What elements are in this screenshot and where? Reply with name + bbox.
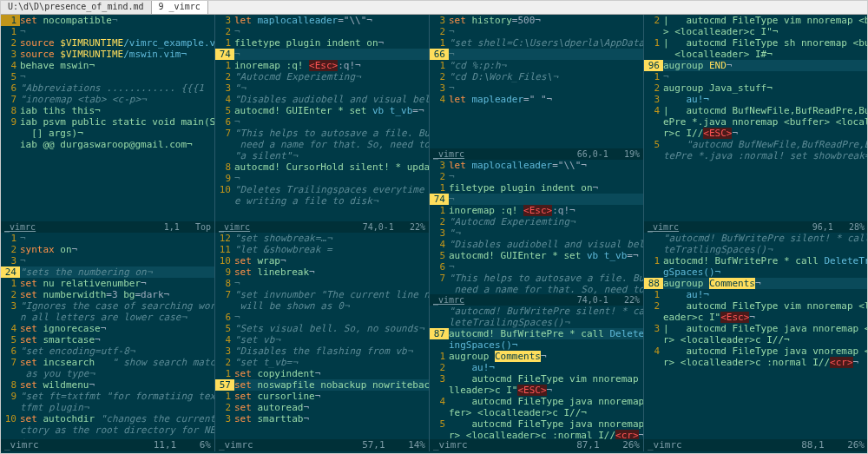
code-line[interactable]: 6"Abbreviations ............ {{{1 <box>1 82 214 94</box>
pane-0[interactable]: 1set nocompatible¬1¬2source $VIMRUNTIME/… <box>1 15 215 439</box>
code-line[interactable]: "autocmd! BufWritePre silent! * call Del… <box>644 233 868 244</box>
code-line[interactable]: 3set smarttab¬ <box>215 413 429 424</box>
code-line[interactable]: 66¬ <box>430 49 643 60</box>
code-line[interactable]: 3 autocmd FileType vim nnoremap <local <box>430 373 643 385</box>
code-line[interactable]: 6"set encoding=utf-8¬ <box>1 345 214 357</box>
code-line[interactable]: 8set wildmenu¬ <box>1 379 214 391</box>
code-line[interactable]: 74¬ <box>215 49 429 60</box>
code-line[interactable]: 3¬ <box>1 255 214 266</box>
pane-0-top[interactable]: 1set nocompatible¬1¬2source $VIMRUNTIME/… <box>1 15 214 221</box>
code-line[interactable]: 1¬ <box>644 71 868 82</box>
code-line[interactable]: 57set noswapfile nobackup nowritebackup¬ <box>215 379 429 391</box>
code-line[interactable]: [] args)¬ <box>1 128 214 139</box>
code-line[interactable]: 5autocmd! GUIEnter * set vb t_vb=¬ <box>215 105 429 116</box>
code-line[interactable]: ctory as the root directory for NERDTre <box>1 424 214 436</box>
pane-3-bottom[interactable]: "autocmd! BufWritePre silent! * call Del… <box>644 233 868 439</box>
code-line[interactable]: n all letters are lower case¬ <box>1 312 214 323</box>
code-line[interactable]: 6¬ <box>215 312 429 323</box>
code-line[interactable]: 2 au!¬ <box>430 362 643 373</box>
code-line[interactable]: 1| autocmd FileType sh nnoremap <buffer> <box>644 37 868 49</box>
code-line[interactable]: 2¬ <box>215 26 429 37</box>
code-line[interactable]: 5autocmd! GUIEnter * set vb t_vb=¬ <box>430 250 643 261</box>
code-line[interactable]: 3let maplocalleader="\\"¬ <box>430 160 643 171</box>
code-line[interactable]: 24"sets the numbering on¬ <box>1 266 214 278</box>
pane-3-top[interactable]: 2| autocmd FileType vim nnoremap <buffer… <box>644 15 868 221</box>
code-line[interactable]: teTratlingSpaces()¬ <box>644 244 868 255</box>
code-line[interactable]: 8autocmd! CursorHold silent! * update¬ <box>215 161 429 173</box>
code-line[interactable]: 1"cd %:p:h¬ <box>430 60 643 71</box>
code-line[interactable]: 2augroup Java_stuff¬ <box>644 82 868 94</box>
pane-2-bottom[interactable]: "autocmd! BufWritePre silent! * call Del… <box>430 306 643 439</box>
code-line[interactable]: 8¬ <box>215 278 429 289</box>
code-line[interactable]: 2 autocmd FileType vim nnoremap <locall <box>644 300 868 312</box>
code-line[interactable]: 3| autocmd FileType java nnoremap <buffe <box>644 323 868 334</box>
code-line[interactable]: 87autocmd! BufWritePre * call DeleteTrai… <box>430 328 643 339</box>
code-line[interactable]: 12"set showbreak=…¬ <box>215 233 429 244</box>
code-line[interactable]: 9¬ <box>215 173 429 184</box>
code-line[interactable]: 4"Disables audiobell and visual bell¬ <box>215 94 429 105</box>
code-line[interactable]: 3 au!¬ <box>644 94 868 105</box>
code-line[interactable]: 8iab tihs this¬ <box>1 105 214 116</box>
code-line[interactable]: 3set history=500¬ <box>430 15 643 26</box>
code-line[interactable]: 5¬ <box>1 71 214 82</box>
code-line[interactable]: 1set copyindent¬ <box>215 368 429 379</box>
code-line[interactable]: "autocmd! BufWritePre silent! * call De <box>430 306 643 317</box>
code-line[interactable]: 7"set invnumber "The current line number <box>215 289 429 300</box>
code-line[interactable]: r> <localleader>c :normal I//<cr>¬ <box>430 430 643 439</box>
code-line[interactable]: 7set incsearch " show search matches <box>1 357 214 368</box>
code-line[interactable]: as you type¬ <box>1 368 214 379</box>
code-line[interactable]: 2set numberwidth=3 bg=dark¬ <box>1 289 214 300</box>
code-line[interactable]: tePre *.java :normal! set showbreak=¬ <box>644 150 868 161</box>
code-line[interactable]: 10set wrap¬ <box>215 255 429 266</box>
code-line[interactable]: 2"set t_vb=¬ <box>215 357 429 368</box>
code-line[interactable]: > <localleader>c I"¬ <box>644 26 868 37</box>
code-line[interactable]: tfmt plugin¬ <box>1 402 214 413</box>
code-line[interactable]: 7"This helps to autosave a file. But you <box>430 273 643 284</box>
code-line[interactable]: lleader>c I"<ESC>¬ <box>430 385 643 396</box>
code-line[interactable]: will be shown as 0¬ <box>215 300 429 312</box>
code-line[interactable]: "a silent"¬ <box>215 150 429 161</box>
code-line[interactable]: 4"set vb¬ <box>215 334 429 345</box>
code-line[interactable]: iab @@ durgaswaroop@gmail.com¬ <box>1 139 214 150</box>
code-line[interactable]: 5"Sets visual bell. So, no sounds¬ <box>215 323 429 334</box>
code-line[interactable]: 4let mapleader=" "¬ <box>430 94 643 105</box>
code-line[interactable]: 3"Disables the flashing from vb¬ <box>215 345 429 357</box>
code-line[interactable]: ingSpaces()¬ <box>430 339 643 351</box>
code-line[interactable]: 4 autocmd FileType java vnoremap <buffe <box>644 345 868 357</box>
code-line[interactable]: 4set ignorecase¬ <box>1 323 214 334</box>
code-line[interactable]: 1set nocompatible¬ <box>1 15 214 26</box>
code-line[interactable]: 10set autochdir "changes the current dir… <box>1 413 214 424</box>
code-line[interactable]: need a name for that. So, need to add <box>215 139 429 150</box>
code-line[interactable]: 3"¬ <box>430 227 643 239</box>
code-line[interactable]: r> <localleader>c I//¬ <box>644 334 868 345</box>
code-line[interactable]: 5 "autocmd BufNewFile,BufReadPre,BufWri <box>644 139 868 150</box>
code-line[interactable]: 4| autocmd BufNewFile,BufReadPre,BufWrit <box>644 105 868 116</box>
code-line[interactable]: 7"This helps to autosave a file. But you <box>215 128 429 139</box>
code-line[interactable]: leteTrailingSpaces()¬ <box>430 317 643 328</box>
code-line[interactable]: need a name for that. So, need to add¬ <box>430 284 643 293</box>
code-line[interactable]: 9"set ft=txtfmt "for formatiing text. Tx <box>1 391 214 402</box>
code-line[interactable]: 6¬ <box>430 261 643 273</box>
code-line[interactable]: 1set nu relativenumber¬ <box>1 278 214 289</box>
code-line[interactable]: e¬ <box>1 436 214 439</box>
code-line[interactable]: 5set smartcase¬ <box>1 334 214 345</box>
code-line[interactable]: 4 autocmd FileType java nnoremap <buf <box>430 396 643 407</box>
pane-1-top[interactable]: 3let maplocalleader="\\"¬2¬1filetype plu… <box>215 15 429 221</box>
code-line[interactable]: 9iab psvm public static void main(String <box>1 116 214 128</box>
code-line[interactable]: 1set cursorline¬ <box>215 391 429 402</box>
code-line[interactable]: 11"let &showbreak = <box>215 244 429 255</box>
code-line[interactable]: eader>c I"<Esc>¬ <box>644 312 868 323</box>
code-line[interactable]: 4behave mswin¬ <box>1 60 214 71</box>
code-line[interactable]: 7"inoremap <tab> <c-p>¬ <box>1 94 214 105</box>
code-line[interactable]: 1filetype plugin indent on¬ <box>215 37 429 49</box>
code-line[interactable]: 3¬ <box>430 82 643 94</box>
pane-1[interactable]: 3let maplocalleader="\\"¬2¬1filetype plu… <box>215 15 430 439</box>
code-line[interactable]: 9set linebreak¬ <box>215 266 429 278</box>
code-line[interactable]: 2"cd D:\Work_Files\¬ <box>430 71 643 82</box>
pane-1-bottom[interactable]: 12"set showbreak=…¬11"let &showbreak = 1… <box>215 233 429 439</box>
tab-file-1[interactable]: U:\d\D\presence_of_mind.md <box>1 1 152 14</box>
pane-3[interactable]: 2| autocmd FileType vim nnoremap <buffer… <box>644 15 868 439</box>
code-line[interactable]: 5 autocmd FileType java nnoremap <buf <box>430 418 643 430</box>
code-line[interactable]: 96augroup END¬ <box>644 60 868 71</box>
code-line[interactable]: 1inoremap :q! <Esc>:q!¬ <box>215 60 429 71</box>
